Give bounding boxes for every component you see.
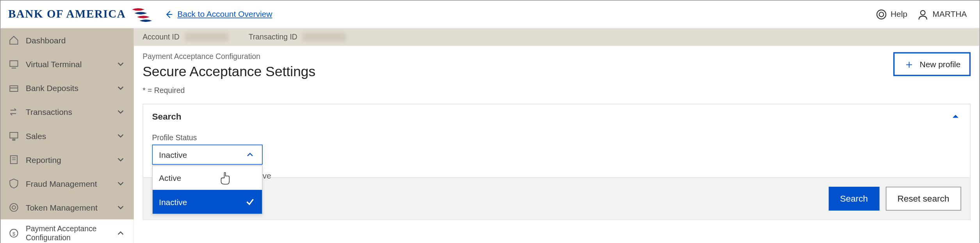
arrow-left-icon bbox=[164, 9, 175, 20]
chevron-up-icon bbox=[115, 227, 126, 239]
sidebar-item-label: Payment Acceptance Configuration bbox=[26, 224, 96, 242]
collapse-icon bbox=[950, 111, 961, 122]
sidebar-item-sales[interactable]: Sales bbox=[1, 124, 134, 148]
app-window: BANK OF AMERICA Back to Account Overview bbox=[0, 0, 980, 243]
check-icon bbox=[244, 196, 256, 207]
sidebar-item-label: Fraud Management bbox=[26, 179, 97, 188]
token-icon bbox=[8, 202, 20, 213]
svg-point-1 bbox=[879, 12, 884, 16]
terminal-icon bbox=[8, 59, 20, 70]
sidebar-item-virtual-terminal[interactable]: Virtual Terminal bbox=[1, 52, 134, 76]
shield-icon bbox=[8, 178, 20, 189]
help-link[interactable]: Help bbox=[875, 9, 907, 20]
reset-search-button[interactable]: Reset search bbox=[886, 187, 961, 211]
search-panel: Search Profile Status Inactive Active bbox=[143, 104, 971, 220]
svg-point-0 bbox=[877, 10, 886, 19]
sidebar-item-label: Bank Deposits bbox=[26, 83, 78, 93]
transactions-icon bbox=[8, 106, 20, 118]
breadcrumb: Payment Acceptance Configuration bbox=[143, 52, 315, 61]
new-profile-label: New profile bbox=[920, 59, 961, 69]
page-title: Secure Acceptance Settings bbox=[143, 64, 315, 80]
search-heading: Search bbox=[152, 111, 181, 122]
back-link-label: Back to Account Overview bbox=[177, 9, 272, 19]
search-body: Profile Status Inactive Active Inactive bbox=[143, 128, 970, 177]
user-menu[interactable]: MARTHA bbox=[918, 9, 967, 20]
chevron-up-icon bbox=[244, 149, 256, 160]
sidebar-item-fraud-management[interactable]: Fraud Management bbox=[1, 172, 134, 195]
sidebar-item-label: Dashboard bbox=[26, 36, 66, 45]
content-area: Payment Acceptance Configuration Secure … bbox=[134, 46, 980, 243]
flag-icon bbox=[131, 7, 151, 22]
bank-logo: BANK OF AMERICA bbox=[8, 7, 151, 22]
user-icon bbox=[918, 9, 929, 20]
sidebar-item-reporting[interactable]: Reporting bbox=[1, 148, 134, 172]
account-id-value-redacted bbox=[185, 33, 229, 42]
id-bar: Account ID Transacting ID bbox=[134, 28, 980, 46]
sidebar-item-label: Token Management bbox=[26, 203, 98, 212]
new-profile-button[interactable]: ＋ New profile bbox=[893, 52, 971, 76]
transacting-id-value-redacted bbox=[302, 33, 346, 42]
sidebar-item-bank-deposits[interactable]: Bank Deposits bbox=[1, 76, 134, 100]
svg-rect-8 bbox=[13, 139, 15, 140]
truncated-text: ve bbox=[263, 171, 271, 180]
chevron-down-icon bbox=[115, 130, 126, 141]
svg-text:$: $ bbox=[12, 231, 16, 237]
option-inactive[interactable]: Inactive bbox=[153, 190, 262, 214]
option-active[interactable]: Active bbox=[153, 166, 262, 190]
home-icon bbox=[8, 34, 20, 46]
help-icon bbox=[875, 9, 887, 20]
profile-status-label: Profile Status bbox=[152, 133, 961, 142]
plus-icon: ＋ bbox=[903, 59, 915, 70]
chevron-down-icon bbox=[115, 178, 126, 189]
logo-text: BANK OF AMERICA bbox=[8, 7, 126, 21]
svg-point-12 bbox=[10, 204, 18, 211]
search-button[interactable]: Search bbox=[829, 187, 879, 211]
profile-status-dropdown: Active Inactive bbox=[152, 165, 262, 214]
svg-rect-3 bbox=[10, 61, 18, 66]
search-panel-header[interactable]: Search bbox=[143, 104, 970, 128]
chevron-down-icon bbox=[115, 82, 126, 94]
chevron-down-icon bbox=[115, 154, 126, 165]
sidebar-item-transactions[interactable]: Transactions bbox=[1, 100, 134, 124]
sidebar-nav: Dashboard Virtual Terminal Bank Deposits… bbox=[1, 28, 134, 243]
chevron-down-icon bbox=[115, 202, 126, 213]
transacting-id-label: Transacting ID bbox=[249, 33, 298, 42]
help-label: Help bbox=[891, 9, 907, 19]
sidebar-item-label: Virtual Terminal bbox=[26, 59, 82, 69]
reporting-icon bbox=[8, 154, 20, 165]
account-id-label: Account ID bbox=[143, 33, 179, 42]
main-content: Account ID Transacting ID Payment Accept… bbox=[134, 28, 980, 243]
svg-point-13 bbox=[12, 206, 16, 209]
required-note: * = Required bbox=[143, 86, 315, 95]
svg-rect-5 bbox=[10, 86, 18, 91]
search-footer: Search Reset search bbox=[143, 177, 970, 220]
svg-rect-7 bbox=[10, 132, 18, 138]
svg-point-2 bbox=[921, 10, 925, 15]
back-to-overview-link[interactable]: Back to Account Overview bbox=[164, 9, 272, 20]
global-header: BANK OF AMERICA Back to Account Overview bbox=[1, 1, 980, 29]
sales-icon bbox=[8, 130, 20, 141]
sidebar-item-dashboard[interactable]: Dashboard bbox=[1, 28, 134, 52]
deposits-icon bbox=[8, 82, 20, 94]
sidebar-item-label: Transactions bbox=[26, 107, 72, 116]
option-label: Inactive bbox=[159, 197, 187, 206]
sidebar-item-token-management[interactable]: Token Management bbox=[1, 195, 134, 219]
sidebar-item-payment-acceptance-configuration[interactable]: $ Payment Acceptance Configuration bbox=[1, 220, 134, 243]
user-name: MARTHA bbox=[932, 9, 967, 19]
config-icon: $ bbox=[8, 227, 20, 239]
chevron-down-icon bbox=[115, 106, 126, 118]
profile-status-value: Inactive bbox=[159, 150, 244, 159]
sidebar-item-label: Reporting bbox=[26, 155, 61, 164]
option-label: Active bbox=[159, 173, 181, 182]
chevron-down-icon bbox=[115, 59, 126, 70]
sidebar-item-label: Sales bbox=[26, 131, 46, 140]
profile-status-select[interactable]: Inactive Active Inactive bbox=[152, 145, 262, 164]
